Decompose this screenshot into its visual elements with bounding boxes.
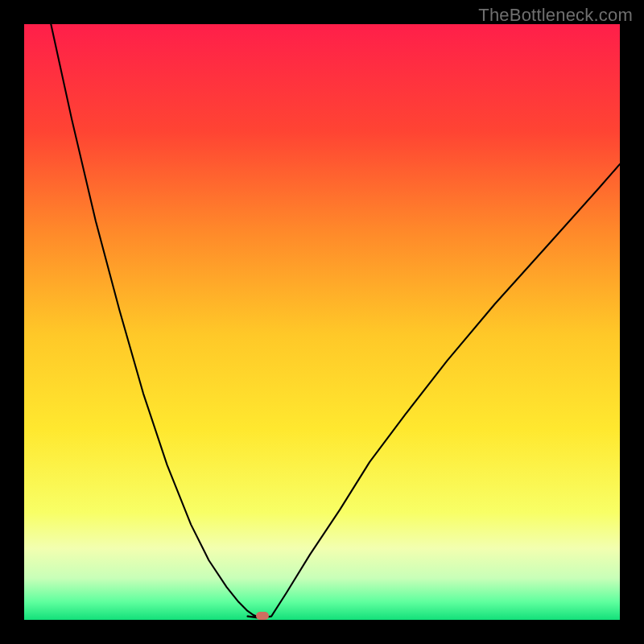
optimal-point-marker [256,612,269,620]
chart-frame: TheBottleneck.com [0,0,644,644]
curve-path [51,24,620,618]
watermark-text: TheBottleneck.com [478,5,633,26]
bottleneck-curve [24,24,620,620]
